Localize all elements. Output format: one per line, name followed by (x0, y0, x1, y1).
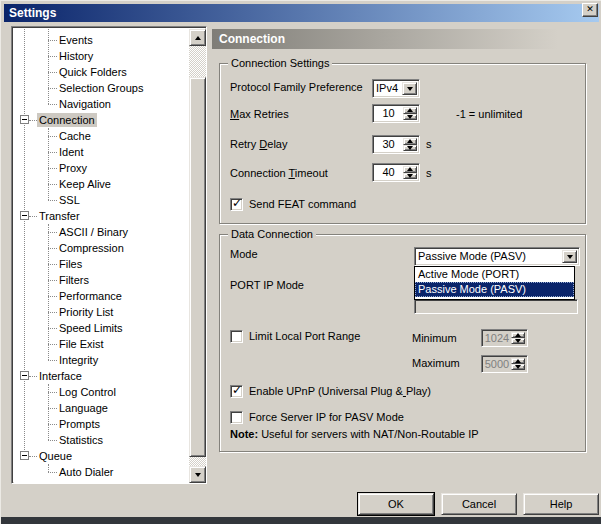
tree-item-label-selected: Connection (37, 113, 97, 127)
connection-timeout-stepper[interactable]: 40 (372, 163, 420, 182)
scrollbar-thumb[interactable] (189, 77, 206, 457)
cancel-button[interactable]: Cancel (441, 493, 517, 515)
tree-item-transfer[interactable]: Transfer (14, 208, 172, 224)
tree-item-label: Compression (57, 241, 126, 255)
tree-item-label: Queue (37, 449, 74, 463)
tree-item-label: Keep Alive (57, 177, 113, 191)
tree-item-connection[interactable]: Connection (14, 112, 172, 128)
retry-delay-stepper[interactable]: 30 (372, 135, 420, 154)
collapse-minus-icon[interactable] (20, 371, 29, 380)
chevron-down-icon[interactable] (402, 82, 417, 95)
help-button[interactable]: Help (523, 493, 599, 515)
tree-item-label: Integrity (57, 353, 100, 367)
force-server-ip-checkbox[interactable] (230, 411, 243, 424)
tree-item-files[interactable]: Files (14, 256, 172, 272)
spin-down-icon[interactable] (403, 145, 417, 152)
send-feat-label[interactable]: Send FEAT command (249, 198, 356, 211)
tree-item-label: Log Control (57, 385, 118, 399)
tree-item-speed-limits[interactable]: Speed Limits (14, 320, 172, 336)
spin-down-icon[interactable] (403, 173, 417, 180)
tree-connector (48, 264, 57, 265)
tree-connector (29, 216, 37, 217)
tree-viewport: Events History Quick Folders Selection G… (14, 29, 206, 483)
tree-item-events[interactable]: Events (14, 32, 172, 48)
minimum-label: Minimum (412, 332, 457, 345)
tree-item-keep-alive[interactable]: Keep Alive (14, 176, 172, 192)
ok-button[interactable]: OK (358, 493, 434, 515)
tree-item-label: Speed Limits (57, 321, 125, 335)
collapse-minus-icon[interactable] (20, 211, 29, 220)
connection-timeout-value: 40 (375, 166, 402, 179)
limit-port-range-label[interactable]: Limit Local Port Range (249, 330, 360, 343)
tree-item-ascii-binary[interactable]: ASCII / Binary (14, 224, 172, 240)
protocol-family-select[interactable]: IPv4 (372, 79, 420, 98)
retry-delay-value: 30 (375, 138, 402, 151)
enable-upnp-checkbox[interactable] (230, 385, 243, 398)
close-icon[interactable]: ✕ (582, 3, 598, 17)
tree-item-backup-clipped[interactable]: Backup (14, 479, 172, 483)
tree-connector (48, 248, 57, 249)
tree-connector (48, 392, 57, 393)
tree-item-compression[interactable]: Compression (14, 240, 172, 256)
collapse-minus-icon[interactable] (20, 115, 29, 124)
tree-item-integrity[interactable]: Integrity (14, 352, 172, 368)
tree-item-label: Prompts (57, 417, 102, 431)
max-retries-label: Max Retries (230, 108, 289, 121)
max-retries-stepper[interactable]: 10 (372, 104, 420, 123)
force-server-ip-label[interactable]: Force Server IP for PASV Mode (249, 411, 404, 424)
tree-item-label: Files (57, 257, 84, 271)
minimum-stepper-disabled: 1024 (481, 329, 528, 347)
tree-item-label: ASCII / Binary (57, 225, 130, 239)
tree-item-navigation[interactable]: Navigation (14, 96, 172, 112)
connection-timeout-label: Connection Timeout (230, 167, 328, 180)
window-bottom-edge (1, 517, 601, 524)
tree-item-statistics[interactable]: Statistics (14, 432, 172, 448)
collapse-minus-icon[interactable] (20, 451, 29, 460)
protocol-family-value: IPv4 (376, 82, 401, 95)
settings-tree: Events History Quick Folders Selection G… (11, 26, 207, 484)
tree-item-interface[interactable]: Interface (14, 368, 172, 384)
tree-item-language[interactable]: Language (14, 400, 172, 416)
limit-port-range-checkbox[interactable] (230, 330, 243, 343)
group-title: Data Connection (228, 228, 316, 241)
tree-item-ssl[interactable]: SSL (14, 192, 172, 208)
tree-connector (29, 456, 37, 457)
tree-item-label: Proxy (57, 161, 89, 175)
tree-item-prompts[interactable]: Prompts (14, 416, 172, 432)
tree-item-ident[interactable]: Ident (14, 144, 172, 160)
tree-item-label: Quick Folders (57, 65, 129, 79)
tree-item-label: Ident (57, 145, 85, 159)
chevron-down-icon[interactable] (562, 250, 577, 263)
mode-option-active[interactable]: Active Mode (PORT) (415, 267, 574, 282)
tree-item-history[interactable]: History (14, 48, 172, 64)
tree-connector (48, 184, 57, 185)
tree-item-label: Filters (57, 273, 91, 287)
mode-select[interactable]: Passive Mode (PASV) (414, 247, 580, 266)
title-bar[interactable]: Settings (4, 4, 599, 22)
tree-item-queue[interactable]: Queue (14, 448, 172, 464)
tree-item-auto-dialer[interactable]: Auto Dialer (14, 464, 172, 480)
max-retries-value: 10 (375, 107, 402, 120)
tree-connector (48, 104, 57, 105)
spin-down-icon[interactable] (403, 114, 417, 121)
tree-item-performance[interactable]: Performance (14, 288, 172, 304)
tree-item-quick-folders[interactable]: Quick Folders (14, 64, 172, 80)
tree-connector (48, 200, 57, 201)
tree-item-priority-list[interactable]: Priority List (14, 304, 172, 320)
mode-value: Passive Mode (PASV) (418, 250, 561, 263)
tree-item-filters[interactable]: Filters (14, 272, 172, 288)
tree-item-file-exist[interactable]: File Exist (14, 336, 172, 352)
tree-connector (48, 72, 57, 73)
scroll-up-icon[interactable] (189, 29, 206, 46)
tree-item-selection-groups[interactable]: Selection Groups (14, 80, 172, 96)
tree-item-log-control[interactable]: Log Control (14, 384, 172, 400)
enable-upnp-label[interactable]: Enable UPnP (Universal Plug & Play) (249, 385, 431, 398)
tree-item-proxy[interactable]: Proxy (14, 160, 172, 176)
mode-option-passive-selected[interactable]: Passive Mode (PASV) (415, 282, 574, 297)
tree-item-cache[interactable]: Cache (14, 128, 172, 144)
send-feat-checkbox[interactable] (230, 198, 243, 211)
tree-item-label: Cache (57, 129, 93, 143)
tree-scrollbar[interactable] (189, 29, 206, 483)
scroll-down-icon[interactable] (189, 466, 206, 483)
tree-connector (48, 328, 57, 329)
